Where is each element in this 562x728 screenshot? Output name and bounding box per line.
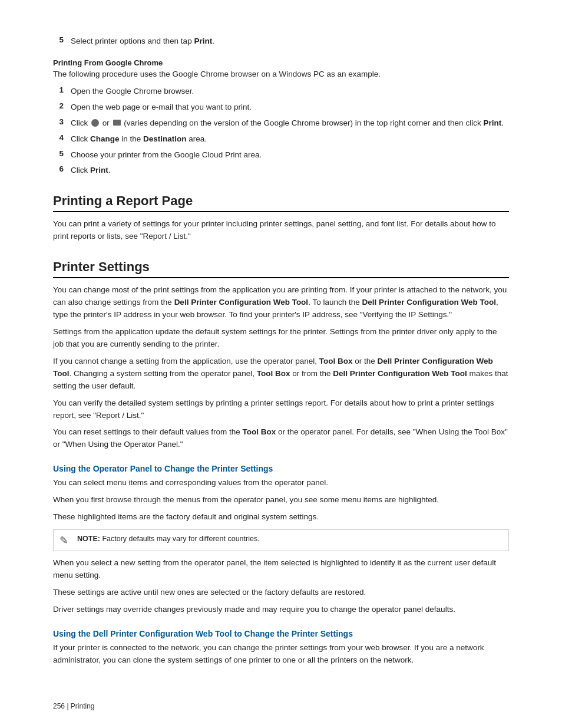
footer-section: Printing: [71, 702, 95, 710]
page-number: 256: [53, 702, 65, 710]
chrome-step-1-text: Open the Google Chrome browser.: [71, 85, 509, 98]
chrome-step-3-text: Click or (varies depending on the versio…: [71, 117, 509, 130]
step5-top-num: 5: [53, 35, 64, 44]
report-page-body: You can print a variety of settings for …: [53, 218, 509, 243]
operator-panel-para6: Driver settings may override changes pre…: [53, 604, 509, 616]
printer-settings-para5: You can reset settings to their default …: [53, 426, 509, 451]
note-icon: ✎: [59, 534, 72, 547]
chrome-step-2-num: 2: [53, 101, 64, 110]
chrome-step-4: 4 Click Change in the Destination area.: [53, 133, 509, 146]
operator-panel-para2: When you first browse through the menus …: [53, 494, 509, 506]
operator-panel-para1: You can select menu items and correspond…: [53, 477, 509, 489]
chrome-step-1-num: 1: [53, 85, 64, 94]
printer-settings-para3: If you cannot change a setting from the …: [53, 355, 509, 393]
chrome-step-6-text: Click Print.: [71, 164, 509, 177]
operator-panel-heading: Using the Operator Panel to Change the P…: [53, 464, 509, 473]
chrome-step-2: 2 Open the web page or e-mail that you w…: [53, 101, 509, 114]
chrome-step-3-after: (varies depending on the version of the …: [124, 118, 504, 127]
chrome-step-5-text: Choose your printer from the Google Clou…: [71, 149, 509, 162]
note-box: ✎ NOTE: Factory defaults may vary for di…: [53, 529, 509, 551]
chrome-step-5-num: 5: [53, 149, 64, 158]
printer-settings-para2: Settings from the application update the…: [53, 326, 509, 351]
operator-panel-para4: When you select a new setting from the o…: [53, 557, 509, 582]
operator-panel-para5: These settings are active until new ones…: [53, 587, 509, 599]
chrome-search-icon: [91, 119, 99, 127]
step5-top-item: 5 Select printer options and then tap Pr…: [53, 35, 509, 48]
web-tool-heading: Using the Dell Printer Configuration Web…: [53, 629, 509, 638]
printer-settings-para4: You can verify the detailed system setti…: [53, 397, 509, 422]
chrome-step-3-or: or: [103, 118, 112, 127]
chrome-step-4-text: Click Change in the Destination area.: [71, 133, 509, 146]
report-page-heading: Printing a Report Page: [53, 193, 509, 212]
web-tool-para1: If your printer is connected to the netw…: [53, 642, 509, 667]
chrome-intro: The following procedure uses the Google …: [53, 68, 509, 81]
note-text: NOTE: Factory defaults may vary for diff…: [77, 533, 260, 545]
chrome-step-5: 5 Choose your printer from the Google Cl…: [53, 149, 509, 162]
chrome-step-4-num: 4: [53, 133, 64, 142]
printer-settings-heading: Printer Settings: [53, 259, 509, 278]
page-footer: 256 | Printing: [53, 702, 95, 710]
chrome-steps-list: 1 Open the Google Chrome browser. 2 Open…: [53, 85, 509, 177]
operator-panel-para3: These highlighted items are the factory …: [53, 511, 509, 523]
chrome-step-3-click: Click: [71, 118, 90, 127]
chrome-step-3-num: 3: [53, 117, 64, 126]
chrome-subheading: Printing From Google Chrome: [53, 58, 509, 67]
chrome-step-6-num: 6: [53, 164, 64, 173]
step5-top-text: Select printer options and then tap Prin…: [71, 35, 509, 48]
chrome-step-2-text: Open the web page or e-mail that you wan…: [71, 101, 509, 114]
chrome-step-1: 1 Open the Google Chrome browser.: [53, 85, 509, 98]
chrome-step-6: 6 Click Print.: [53, 164, 509, 177]
chrome-menu-icon: [113, 120, 121, 126]
chrome-step-3: 3 Click or (varies depending on the vers…: [53, 117, 509, 130]
printer-settings-para1: You can change most of the print setting…: [53, 284, 509, 321]
